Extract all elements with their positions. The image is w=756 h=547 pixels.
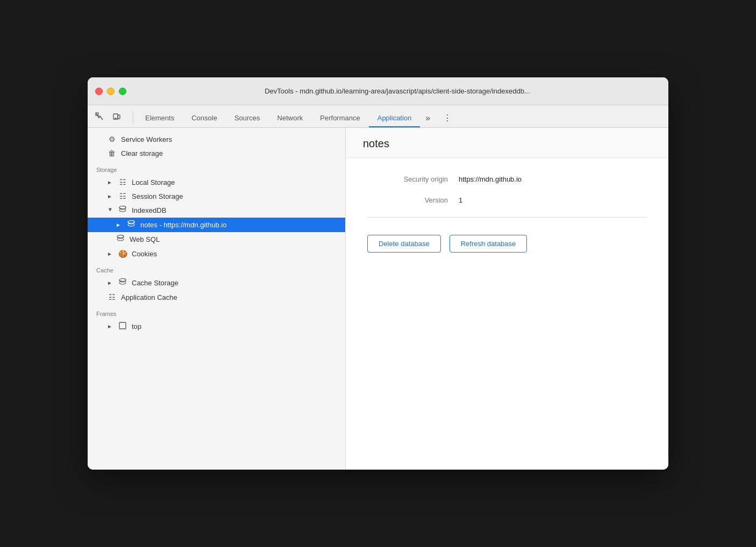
maximize-button[interactable] (119, 88, 126, 95)
arrow-indexeddb: ► (108, 207, 113, 214)
tab-elements[interactable]: Elements (137, 110, 183, 127)
arrow-top: ► (107, 323, 113, 329)
toolbar-icons (92, 109, 124, 127)
minimize-button[interactable] (107, 88, 115, 95)
section-label-storage: Storage (88, 160, 345, 175)
sidebar-label-service-workers: Service Workers (121, 135, 172, 143)
tab-network[interactable]: Network (269, 110, 312, 127)
delete-database-button[interactable]: Delete database (367, 235, 441, 253)
db-icon-websql (116, 235, 125, 244)
db-icon-notes (126, 220, 136, 229)
svg-point-5 (128, 221, 134, 224)
devtools-menu-icon[interactable]: ⋮ (438, 109, 457, 127)
window-title: DevTools - mdn.github.io/learning-area/j… (134, 87, 661, 95)
title-bar: DevTools - mdn.github.io/learning-area/j… (88, 77, 668, 105)
sidebar-label-top: top (132, 322, 141, 330)
sidebar-label-app-cache: Application Cache (121, 293, 177, 301)
sidebar: ⚙ Service Workers 🗑 Clear storage Storag… (88, 128, 346, 470)
sidebar-label-web-sql: Web SQL (130, 235, 160, 243)
sidebar-item-web-sql[interactable]: Web SQL (88, 232, 345, 247)
tab-performance[interactable]: Performance (311, 110, 368, 127)
content-body: Security origin https://mdn.github.io Ve… (346, 158, 668, 274)
main-content: ⚙ Service Workers 🗑 Clear storage Storag… (88, 128, 668, 470)
sidebar-item-session-storage[interactable]: ► ☷ Session Storage (88, 189, 345, 203)
arrow-notes-db: ► (116, 222, 122, 228)
tab-sources[interactable]: Sources (226, 110, 269, 127)
frame-icon (118, 322, 127, 331)
arrow-local-storage: ► (107, 179, 113, 185)
svg-point-7 (119, 279, 126, 282)
svg-point-4 (119, 206, 126, 209)
sidebar-label-session-storage: Session Storage (132, 192, 183, 200)
content-header: notes (346, 128, 668, 158)
sidebar-label-cache-storage: Cache Storage (132, 279, 179, 287)
action-buttons: Delete database Refresh database (367, 231, 647, 257)
version-value: 1 (459, 196, 462, 204)
tab-console[interactable]: Console (183, 110, 226, 127)
tabs-container: Elements Console Sources Network Perform… (137, 109, 436, 127)
sidebar-item-cache-storage[interactable]: ► Cache Storage (88, 276, 345, 290)
grid-icon-appcache: ☷ (107, 293, 117, 301)
tab-application[interactable]: Application (369, 110, 420, 127)
svg-rect-2 (118, 115, 120, 119)
sidebar-label-local-storage: Local Storage (132, 178, 175, 186)
sidebar-label-cookies: Cookies (132, 250, 157, 258)
svg-point-6 (117, 235, 124, 238)
section-label-cache: Cache (88, 261, 345, 276)
sidebar-item-notes-db[interactable]: ► notes - https://mdn.github.io (88, 218, 345, 232)
close-button[interactable] (95, 88, 103, 95)
cookie-icon: 🍪 (118, 249, 127, 258)
more-tabs-icon[interactable]: » (420, 109, 436, 127)
grid-icon-local: ☷ (118, 178, 127, 186)
sidebar-item-local-storage[interactable]: ► ☷ Local Storage (88, 175, 345, 189)
sidebar-item-cookies[interactable]: ► 🍪 Cookies (88, 247, 345, 261)
tab-divider (133, 111, 133, 124)
refresh-database-button[interactable]: Refresh database (450, 235, 527, 253)
sidebar-item-indexeddb[interactable]: ► IndexedDB (88, 203, 345, 218)
version-label: Version (367, 196, 448, 204)
version-row: Version 1 (367, 196, 647, 204)
content-title: notes (363, 138, 651, 150)
device-icon[interactable] (109, 109, 124, 124)
db-icon-indexeddb (118, 206, 127, 215)
content-panel: notes Security origin https://mdn.github… (346, 128, 668, 470)
sidebar-item-service-workers[interactable]: ⚙ Service Workers (88, 132, 345, 146)
db-icon-cache (118, 278, 127, 287)
security-origin-row: Security origin https://mdn.github.io (367, 175, 647, 183)
gear-icon: ⚙ (107, 135, 117, 143)
security-origin-label: Security origin (367, 175, 448, 183)
sidebar-item-app-cache[interactable]: ☷ Application Cache (88, 290, 345, 304)
arrow-cache-storage: ► (107, 280, 113, 286)
inspect-icon[interactable] (92, 109, 107, 124)
sidebar-item-clear-storage[interactable]: 🗑 Clear storage (88, 146, 345, 160)
devtools-window: DevTools - mdn.github.io/learning-area/j… (88, 77, 668, 470)
arrow-session-storage: ► (107, 193, 113, 199)
sidebar-label-clear-storage: Clear storage (121, 149, 163, 157)
grid-icon-session: ☷ (118, 192, 127, 200)
trash-icon: 🗑 (107, 149, 117, 157)
arrow-cookies: ► (107, 251, 113, 257)
sidebar-item-top[interactable]: ► top (88, 319, 345, 334)
section-label-frames: Frames (88, 304, 345, 319)
traffic-lights (95, 88, 126, 95)
divider (367, 217, 647, 218)
sidebar-label-notes-db: notes - https://mdn.github.io (140, 221, 226, 229)
svg-rect-8 (119, 322, 126, 329)
tab-bar: Elements Console Sources Network Perform… (88, 105, 668, 128)
sidebar-label-indexeddb: IndexedDB (132, 206, 166, 214)
security-origin-value: https://mdn.github.io (459, 175, 522, 183)
